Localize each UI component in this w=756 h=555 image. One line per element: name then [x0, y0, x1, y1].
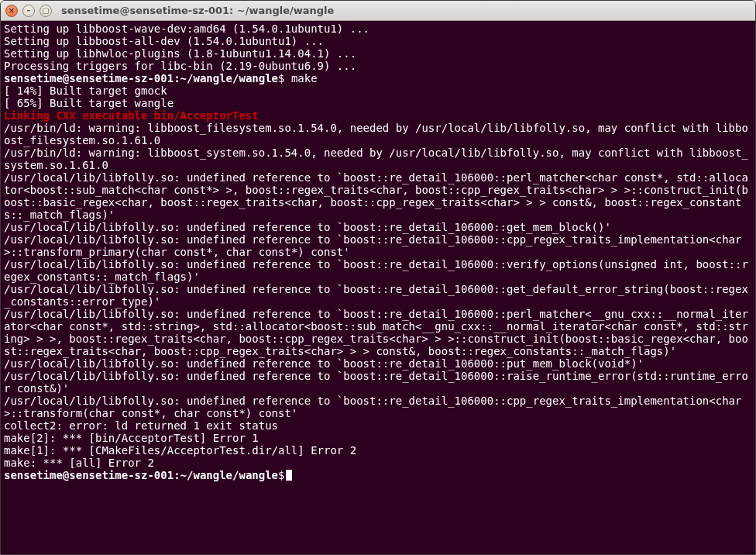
terminal-cursor: [286, 470, 292, 481]
output-line: make: *** [all] Error 2: [4, 457, 154, 469]
output-line: Processing triggers for libc-bin (2.19-0…: [4, 60, 356, 72]
terminal-body[interactable]: Setting up libboost-wave-dev:amd64 (1.54…: [1, 21, 755, 554]
terminal-content: Setting up libboost-wave-dev:amd64 (1.54…: [4, 22, 752, 481]
output-line: /usr/local/lib/libfolly.so: undefined re…: [4, 258, 748, 283]
output-line: Setting up libboost-wave-dev:amd64 (1.54…: [4, 22, 369, 35]
window-close-button[interactable]: ×: [5, 5, 18, 17]
output-line: /usr/local/lib/libfolly.so: undefined re…: [4, 395, 741, 419]
output-line: Setting up libboost-all-dev (1.54.0.1ubu…: [4, 35, 324, 47]
output-line: /usr/local/lib/libfolly.so: undefined re…: [4, 370, 748, 395]
output-line: /usr/local/lib/libfolly.so: undefined re…: [4, 233, 741, 258]
output-line: collect2: error: ld returned 1 exit stat…: [4, 419, 278, 432]
prompt-path: ~/wangle/wangle: [180, 72, 278, 84]
output-line: /usr/bin/ld: warning: libboost_filesyste…: [4, 122, 748, 147]
prompt-path: ~/wangle/wangle: [180, 469, 278, 481]
output-line: /usr/bin/ld: warning: libboost_system.so…: [4, 147, 748, 171]
window-minimize-button[interactable]: –: [22, 5, 35, 17]
output-line: make[2]: *** [bin/AcceptorTest] Error 1: [4, 432, 259, 444]
output-line: /usr/local/lib/libfolly.so: undefined re…: [4, 171, 748, 221]
window-title: sensetime@sensetime-sz-001: ~/wangle/wan…: [61, 5, 334, 16]
output-line: /usr/local/lib/libfolly.so: undefined re…: [4, 308, 748, 357]
prompt-command: make: [291, 72, 318, 84]
output-line: make[1]: *** [CMakeFiles/AcceptorTest.di…: [4, 444, 356, 457]
output-line: [ 65%] Built target wangle: [4, 97, 174, 109]
output-line: /usr/local/lib/libfolly.so: undefined re…: [4, 283, 748, 308]
output-line: /usr/local/lib/libfolly.so: undefined re…: [4, 221, 611, 233]
prompt-user: sensetime@sensetime-sz-001: [4, 72, 174, 84]
output-line: [ 14%] Built target gmock: [4, 84, 167, 97]
linking-line: Linking CXX executable bin/AcceptorTest: [4, 109, 259, 122]
window-maximize-button[interactable]: ▢: [40, 5, 52, 17]
output-line: /usr/local/lib/libfolly.so: undefined re…: [4, 357, 644, 370]
window-titlebar[interactable]: × – ▢ sensetime@sensetime-sz-001: ~/wang…: [1, 1, 755, 21]
prompt-user: sensetime@sensetime-sz-001: [4, 469, 174, 481]
output-line: Setting up libhwloc-plugins (1.8-1ubuntu…: [4, 47, 356, 60]
terminal-window: × – ▢ sensetime@sensetime-sz-001: ~/wang…: [0, 0, 756, 555]
